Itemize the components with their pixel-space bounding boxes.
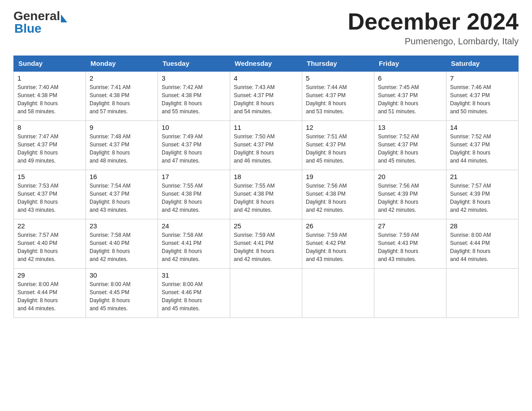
calendar-cell: 11Sunrise: 7:50 AMSunset: 4:37 PMDayligh…	[230, 120, 302, 170]
calendar-cell	[374, 268, 446, 317]
day-number: 11	[234, 124, 298, 131]
calendar-cell: 5Sunrise: 7:44 AMSunset: 4:37 PMDaylight…	[302, 71, 374, 120]
day-header-tuesday: Tuesday	[158, 56, 230, 72]
day-info: Sunrise: 7:49 AMSunset: 4:37 PMDaylight:…	[162, 133, 226, 165]
day-number: 14	[450, 124, 515, 131]
calendar-cell: 4Sunrise: 7:43 AMSunset: 4:37 PMDaylight…	[230, 71, 302, 120]
day-info: Sunrise: 7:47 AMSunset: 4:37 PMDaylight:…	[17, 133, 82, 165]
day-info: Sunrise: 7:42 AMSunset: 4:38 PMDaylight:…	[162, 83, 226, 116]
calendar-cell: 3Sunrise: 7:42 AMSunset: 4:38 PMDaylight…	[158, 71, 230, 120]
day-info: Sunrise: 7:45 AMSunset: 4:37 PMDaylight:…	[378, 83, 442, 116]
title-block: December 2024 Pumenengo, Lombardy, Italy	[348, 9, 519, 47]
calendar-week-row: 29Sunrise: 8:00 AMSunset: 4:44 PMDayligh…	[14, 268, 519, 317]
day-number: 28	[450, 222, 515, 230]
day-number: 1	[17, 74, 82, 82]
calendar-cell: 18Sunrise: 7:55 AMSunset: 4:38 PMDayligh…	[230, 170, 302, 219]
day-number: 26	[306, 222, 370, 230]
calendar-cell: 19Sunrise: 7:56 AMSunset: 4:38 PMDayligh…	[302, 170, 374, 219]
calendar-cell: 16Sunrise: 7:54 AMSunset: 4:37 PMDayligh…	[86, 170, 158, 219]
day-number: 30	[90, 271, 154, 279]
day-info: Sunrise: 7:40 AMSunset: 4:38 PMDaylight:…	[17, 83, 82, 116]
day-info: Sunrise: 7:48 AMSunset: 4:37 PMDaylight:…	[90, 133, 154, 165]
month-title: December 2024	[348, 9, 519, 34]
day-number: 15	[17, 173, 82, 180]
day-info: Sunrise: 7:59 AMSunset: 4:41 PMDaylight:…	[234, 231, 298, 263]
calendar-cell: 29Sunrise: 8:00 AMSunset: 4:44 PMDayligh…	[14, 268, 86, 317]
day-header-sunday: Sunday	[14, 56, 86, 72]
calendar-cell: 2Sunrise: 7:41 AMSunset: 4:38 PMDaylight…	[86, 71, 158, 120]
calendar-cell: 22Sunrise: 7:57 AMSunset: 4:40 PMDayligh…	[14, 219, 86, 268]
day-number: 25	[234, 222, 298, 230]
calendar-cell	[230, 268, 302, 317]
day-info: Sunrise: 7:41 AMSunset: 4:38 PMDaylight:…	[90, 83, 154, 116]
day-header-wednesday: Wednesday	[230, 56, 302, 72]
day-info: Sunrise: 7:43 AMSunset: 4:37 PMDaylight:…	[234, 83, 298, 116]
calendar-week-row: 22Sunrise: 7:57 AMSunset: 4:40 PMDayligh…	[14, 219, 519, 268]
calendar-week-row: 8Sunrise: 7:47 AMSunset: 4:37 PMDaylight…	[14, 120, 519, 170]
day-info: Sunrise: 7:46 AMSunset: 4:37 PMDaylight:…	[450, 83, 515, 116]
day-info: Sunrise: 8:00 AMSunset: 4:44 PMDaylight:…	[17, 280, 82, 313]
calendar-cell: 21Sunrise: 7:57 AMSunset: 4:39 PMDayligh…	[446, 170, 519, 219]
day-number: 22	[17, 222, 82, 230]
day-number: 20	[378, 173, 442, 180]
calendar-cell: 27Sunrise: 7:59 AMSunset: 4:43 PMDayligh…	[374, 219, 446, 268]
calendar-cell: 9Sunrise: 7:48 AMSunset: 4:37 PMDaylight…	[86, 120, 158, 170]
calendar-cell	[446, 268, 519, 317]
day-number: 6	[378, 74, 442, 82]
day-number: 24	[162, 222, 226, 230]
day-info: Sunrise: 7:53 AMSunset: 4:37 PMDaylight:…	[17, 182, 82, 214]
calendar-table: SundayMondayTuesdayWednesdayThursdayFrid…	[13, 56, 519, 318]
day-info: Sunrise: 7:52 AMSunset: 4:37 PMDaylight:…	[450, 133, 515, 165]
day-number: 18	[234, 173, 298, 180]
day-info: Sunrise: 7:55 AMSunset: 4:38 PMDaylight:…	[162, 182, 226, 214]
calendar-cell	[302, 268, 374, 317]
calendar-cell: 13Sunrise: 7:52 AMSunset: 4:37 PMDayligh…	[374, 120, 446, 170]
day-number: 13	[378, 124, 442, 131]
day-info: Sunrise: 7:54 AMSunset: 4:37 PMDaylight:…	[90, 182, 154, 214]
day-number: 16	[90, 173, 154, 180]
day-info: Sunrise: 7:44 AMSunset: 4:37 PMDaylight:…	[306, 83, 370, 116]
day-number: 7	[450, 74, 515, 82]
day-header-friday: Friday	[374, 56, 446, 72]
logo-blue-text: Blue	[14, 21, 42, 36]
day-number: 9	[90, 124, 154, 131]
day-info: Sunrise: 8:00 AMSunset: 4:46 PMDaylight:…	[162, 280, 226, 313]
day-info: Sunrise: 7:59 AMSunset: 4:43 PMDaylight:…	[378, 231, 442, 263]
day-number: 4	[234, 74, 298, 82]
day-info: Sunrise: 7:57 AMSunset: 4:40 PMDaylight:…	[17, 231, 82, 263]
day-info: Sunrise: 7:55 AMSunset: 4:38 PMDaylight:…	[234, 182, 298, 214]
calendar-cell: 10Sunrise: 7:49 AMSunset: 4:37 PMDayligh…	[158, 120, 230, 170]
calendar-cell: 25Sunrise: 7:59 AMSunset: 4:41 PMDayligh…	[230, 219, 302, 268]
day-number: 31	[162, 271, 226, 279]
day-header-saturday: Saturday	[446, 56, 519, 72]
location-label: Pumenengo, Lombardy, Italy	[348, 36, 519, 47]
day-number: 12	[306, 124, 370, 131]
calendar-cell: 8Sunrise: 7:47 AMSunset: 4:37 PMDaylight…	[14, 120, 86, 170]
day-number: 8	[17, 124, 82, 131]
day-number: 21	[450, 173, 515, 180]
calendar-cell: 28Sunrise: 8:00 AMSunset: 4:44 PMDayligh…	[446, 219, 519, 268]
day-number: 5	[306, 74, 370, 82]
day-info: Sunrise: 7:58 AMSunset: 4:40 PMDaylight:…	[90, 231, 154, 263]
day-info: Sunrise: 7:57 AMSunset: 4:39 PMDaylight:…	[450, 182, 515, 214]
calendar-cell: 7Sunrise: 7:46 AMSunset: 4:37 PMDaylight…	[446, 71, 519, 120]
day-number: 10	[162, 124, 226, 131]
day-number: 3	[162, 74, 226, 82]
calendar-week-row: 15Sunrise: 7:53 AMSunset: 4:37 PMDayligh…	[14, 170, 519, 219]
day-info: Sunrise: 8:00 AMSunset: 4:44 PMDaylight:…	[450, 231, 515, 263]
page-header: General Blue December 2024 Pumenengo, Lo…	[13, 9, 519, 47]
calendar-cell: 15Sunrise: 7:53 AMSunset: 4:37 PMDayligh…	[14, 170, 86, 219]
day-number: 19	[306, 173, 370, 180]
calendar-cell: 17Sunrise: 7:55 AMSunset: 4:38 PMDayligh…	[158, 170, 230, 219]
day-info: Sunrise: 7:50 AMSunset: 4:37 PMDaylight:…	[234, 133, 298, 165]
day-header-monday: Monday	[86, 56, 158, 72]
calendar-cell: 14Sunrise: 7:52 AMSunset: 4:37 PMDayligh…	[446, 120, 519, 170]
calendar-cell: 1Sunrise: 7:40 AMSunset: 4:38 PMDaylight…	[14, 71, 86, 120]
day-number: 23	[90, 222, 154, 230]
day-info: Sunrise: 7:59 AMSunset: 4:42 PMDaylight:…	[306, 231, 370, 263]
logo: General Blue	[13, 9, 67, 36]
calendar-cell: 12Sunrise: 7:51 AMSunset: 4:37 PMDayligh…	[302, 120, 374, 170]
day-number: 29	[17, 271, 82, 279]
day-info: Sunrise: 7:56 AMSunset: 4:39 PMDaylight:…	[378, 182, 442, 214]
day-header-thursday: Thursday	[302, 56, 374, 72]
